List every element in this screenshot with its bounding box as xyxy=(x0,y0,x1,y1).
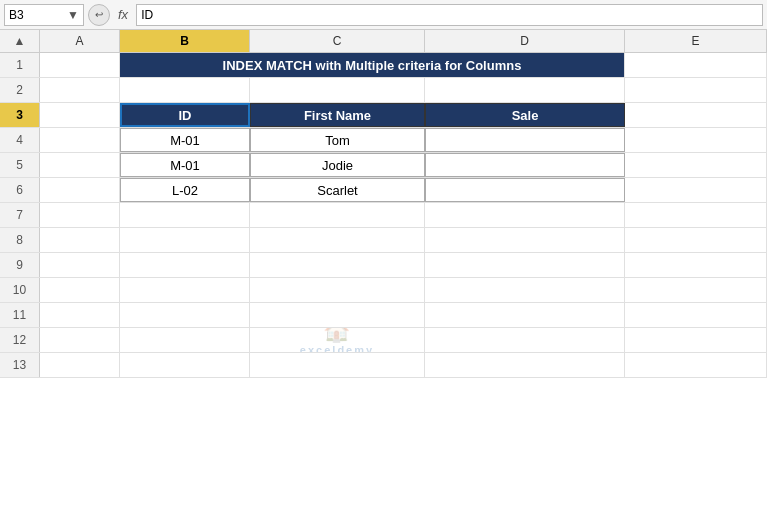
cell-E9[interactable] xyxy=(625,253,767,277)
cell-E10[interactable] xyxy=(625,278,767,302)
cell-B12[interactable] xyxy=(120,328,250,352)
cell-A8[interactable] xyxy=(40,228,120,252)
cell-A1[interactable] xyxy=(40,53,120,77)
row-6: 6 L-02 Scarlet xyxy=(0,178,767,203)
row-num-12: 12 xyxy=(0,328,40,352)
cell-ref-dropdown-icon[interactable]: ▼ xyxy=(67,8,79,22)
row-8: 8 xyxy=(0,228,767,253)
cell-C12[interactable]: 🏠 exceldemy EXCEL · DATA · BI xyxy=(250,328,425,352)
cell-E5[interactable] xyxy=(625,153,767,177)
row-num-4: 4 xyxy=(0,128,40,152)
row-num-11: 11 xyxy=(0,303,40,327)
cell-A12[interactable] xyxy=(40,328,120,352)
cell-C2[interactable] xyxy=(250,78,425,102)
cell-B8[interactable] xyxy=(120,228,250,252)
row-5: 5 M-01 Jodie xyxy=(0,153,767,178)
cell-A6[interactable] xyxy=(40,178,120,202)
row-num-8: 8 xyxy=(0,228,40,252)
cell-E3[interactable] xyxy=(625,103,767,127)
cell-C4[interactable]: Tom xyxy=(250,128,425,152)
formula-cancel-btn[interactable]: ↩ xyxy=(88,4,110,26)
row-num-9: 9 xyxy=(0,253,40,277)
cell-D12[interactable] xyxy=(425,328,625,352)
row-10: 10 xyxy=(0,278,767,303)
formula-input[interactable] xyxy=(136,4,763,26)
cell-C9[interactable] xyxy=(250,253,425,277)
cell-E8[interactable] xyxy=(625,228,767,252)
row-num-13: 13 xyxy=(0,353,40,377)
formula-bar: B3 ▼ ↩ fx xyxy=(0,0,767,30)
spreadsheet-container: ▲ A B C D E 1 INDEX MATCH with Multiple … xyxy=(0,30,767,378)
cell-C6[interactable]: Scarlet xyxy=(250,178,425,202)
cell-D6[interactable] xyxy=(425,178,625,202)
cell-A13[interactable] xyxy=(40,353,120,377)
cell-D11[interactable] xyxy=(425,303,625,327)
row-num-6: 6 xyxy=(0,178,40,202)
cell-C3[interactable]: First Name xyxy=(250,103,425,127)
corner-cell: ▲ xyxy=(0,30,40,52)
cell-C13[interactable] xyxy=(250,353,425,377)
cell-D10[interactable] xyxy=(425,278,625,302)
cell-B1[interactable]: INDEX MATCH with Multiple criteria for C… xyxy=(120,53,625,77)
cell-B11[interactable] xyxy=(120,303,250,327)
cell-B4[interactable]: M-01 xyxy=(120,128,250,152)
col-header-E[interactable]: E xyxy=(625,30,767,52)
row-3: 3 ID First Name Sale xyxy=(0,103,767,128)
cell-D9[interactable] xyxy=(425,253,625,277)
cell-E2[interactable] xyxy=(625,78,767,102)
cell-A7[interactable] xyxy=(40,203,120,227)
row-num-1: 1 xyxy=(0,53,40,77)
cell-E4[interactable] xyxy=(625,128,767,152)
row-num-5: 5 xyxy=(0,153,40,177)
cell-D3[interactable]: Sale xyxy=(425,103,625,127)
cell-B9[interactable] xyxy=(120,253,250,277)
cell-D13[interactable] xyxy=(425,353,625,377)
row-9: 9 xyxy=(0,253,767,278)
cell-B5[interactable]: M-01 xyxy=(120,153,250,177)
cell-B13[interactable] xyxy=(120,353,250,377)
col-header-B[interactable]: B xyxy=(120,30,250,52)
row-12: 12 🏠 exceldemy EXCEL · DATA · BI xyxy=(0,328,767,353)
cell-D2[interactable] xyxy=(425,78,625,102)
cell-E7[interactable] xyxy=(625,203,767,227)
col-header-D[interactable]: D xyxy=(425,30,625,52)
cell-C11[interactable] xyxy=(250,303,425,327)
row-7: 7 xyxy=(0,203,767,228)
cell-D7[interactable] xyxy=(425,203,625,227)
cell-A4[interactable] xyxy=(40,128,120,152)
cell-A2[interactable] xyxy=(40,78,120,102)
cell-C7[interactable] xyxy=(250,203,425,227)
cell-C10[interactable] xyxy=(250,278,425,302)
cell-E1[interactable] xyxy=(625,53,767,77)
cell-B10[interactable] xyxy=(120,278,250,302)
cell-B7[interactable] xyxy=(120,203,250,227)
cell-E11[interactable] xyxy=(625,303,767,327)
cell-A11[interactable] xyxy=(40,303,120,327)
column-headers: ▲ A B C D E xyxy=(0,30,767,53)
row-num-3: 3 xyxy=(0,103,40,127)
cell-A9[interactable] xyxy=(40,253,120,277)
cell-D8[interactable] xyxy=(425,228,625,252)
cell-A10[interactable] xyxy=(40,278,120,302)
col-header-C[interactable]: C xyxy=(250,30,425,52)
cell-B3[interactable]: ID xyxy=(120,103,250,127)
watermark-brand: exceldemy xyxy=(300,344,374,352)
cell-reference-box[interactable]: B3 ▼ xyxy=(4,4,84,26)
cell-C5[interactable]: Jodie xyxy=(250,153,425,177)
cell-B6[interactable]: L-02 xyxy=(120,178,250,202)
cell-D5[interactable] xyxy=(425,153,625,177)
cell-E12[interactable] xyxy=(625,328,767,352)
cell-A5[interactable] xyxy=(40,153,120,177)
cell-D4[interactable] xyxy=(425,128,625,152)
col-header-A[interactable]: A xyxy=(40,30,120,52)
cell-B2[interactable] xyxy=(120,78,250,102)
row-4: 4 M-01 Tom xyxy=(0,128,767,153)
watermark-icon: 🏠 xyxy=(323,328,350,344)
watermark: 🏠 exceldemy EXCEL · DATA · BI xyxy=(295,328,379,352)
row-11: 11 xyxy=(0,303,767,328)
cell-E13[interactable] xyxy=(625,353,767,377)
cell-A3[interactable] xyxy=(40,103,120,127)
spreadsheet: ▲ A B C D E 1 INDEX MATCH with Multiple … xyxy=(0,30,767,378)
cell-C8[interactable] xyxy=(250,228,425,252)
cell-E6[interactable] xyxy=(625,178,767,202)
